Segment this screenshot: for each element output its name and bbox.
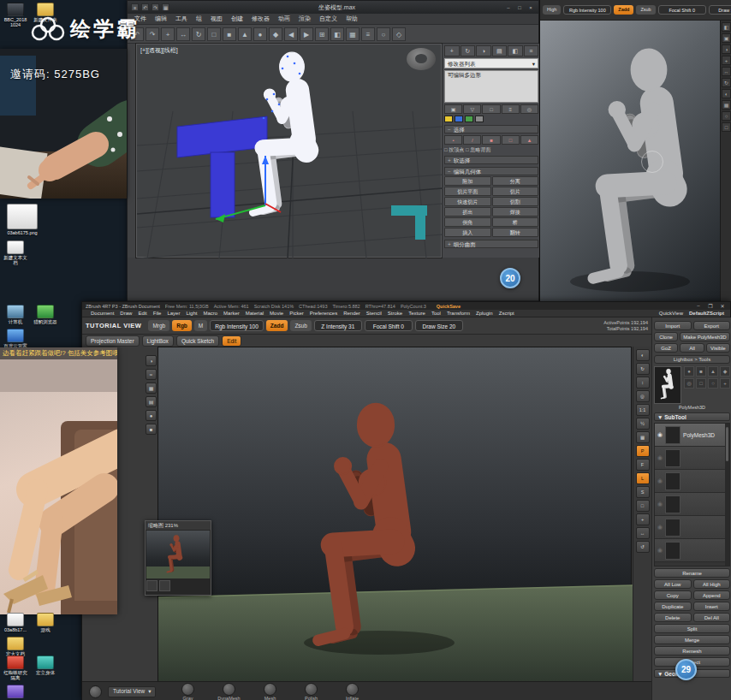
minimize-button[interactable]: – [504,5,513,10]
menu-item[interactable]: Draw [117,311,134,316]
menu-item[interactable]: Tool [429,311,443,316]
desktop-icon[interactable]: 计算机 [3,305,28,324]
max-toolbar-icon[interactable]: ≡ [361,27,375,41]
max-menu-item[interactable]: 自定义 [316,15,341,23]
desktop-icon[interactable]: 宏立身体 [33,656,58,680]
desktop-icon[interactable]: qun3dm [3,685,28,700]
max-menu-item[interactable]: 修改器 [248,15,273,23]
menu-item[interactable]: Zscript [496,311,517,316]
menu-item[interactable]: Layer [164,311,182,316]
max-toolbar-icon[interactable]: ○ [377,27,390,41]
thumbnail-window[interactable]: 缩略图 231% [145,520,211,596]
left-shelf-icon[interactable]: ● [146,410,157,421]
zbrush-titlebar[interactable]: ZBrush 4R7 P3 - ZBrush Document Free Mem… [82,302,730,310]
desktop-icon[interactable]: 红蜘蛛研究隔离 [3,656,28,680]
menu-item[interactable]: File [151,311,164,316]
left-shelf-icon[interactable]: ▦ [146,383,157,394]
shelf-chip[interactable]: Z Intensity 31 [314,320,362,331]
zbrush-top-canvas[interactable] [540,21,720,301]
shelf-chip[interactable]: Focal Shift 0 [365,320,413,331]
subtool-action-button[interactable]: Rename [654,568,730,578]
tool-thumbnail[interactable]: ◆ [720,366,730,377]
tool-thumbnail[interactable]: ● [684,366,694,377]
stack-control-icon[interactable]: ▣ [444,104,462,114]
max-logo-icon[interactable]: ≡ [131,3,139,11]
left-shelf-icon[interactable]: ■ [146,424,157,435]
visibility-eye-icon[interactable]: ◉ [657,547,663,554]
max-toolbar-icon[interactable]: ↻ [192,27,205,41]
shelf-chip[interactable]: Zadd [266,320,288,331]
visibility-eye-icon[interactable]: ◉ [657,478,663,484]
desktop-icon[interactable]: 新建文本文档 [3,240,28,265]
quicksave-chip[interactable]: QuickSave [437,304,461,309]
subtool-row[interactable]: ◉ PolyMesh3D [655,424,729,447]
shelf-chip[interactable]: Mrgb [148,320,169,331]
menu-item[interactable]: Zplugin [473,311,496,316]
goz-button[interactable]: GoZ [654,343,678,353]
minimize-button[interactable]: – [694,303,703,309]
menu-item[interactable]: Macro [200,311,220,316]
max-toolbar-icon[interactable]: ▦ [346,27,360,41]
lightbox-tools-button[interactable]: Lightbox > Tools [654,355,730,364]
view-selector[interactable]: Tutorial View ▾ [108,686,156,697]
right-shelf-icon[interactable]: ↕ [636,377,650,389]
shelf-icon[interactable]: + [722,56,731,65]
toolbar-chip[interactable]: Focal Shift 0 [658,5,706,15]
current-tool-thumbnail[interactable] [654,366,681,404]
stack-control-icon[interactable]: ◎ [520,104,538,114]
shelf-chip[interactable]: Rgb [172,320,192,331]
menu-item[interactable]: Material [243,311,266,316]
subobject-icon[interactable]: ■ [482,135,500,145]
desktop-icon[interactable]: 百度云管家 [3,329,28,348]
menu-item[interactable]: Texture [406,311,428,316]
zbrush-canvas[interactable] [157,347,632,681]
max-menu-item[interactable]: 渲染 [295,15,314,23]
menu-item[interactable]: Transform [444,311,472,316]
rollout-edit-geometry[interactable]: −编辑几何体 [444,167,538,175]
desktop-icon[interactable]: 猎豹浏览器 [33,305,58,324]
subtool-row[interactable]: ◉ [655,493,729,516]
quick-sketch-button[interactable]: Quick Sketch [176,335,219,347]
command-panel-tab[interactable]: ≡ [524,45,539,56]
geometry-button[interactable]: 挤出 [444,207,491,217]
selection-checkboxes[interactable]: □ 按顶点 □ 忽略背面 [444,146,538,153]
menu-item[interactable]: Marker [221,311,242,316]
home-circle-button[interactable] [87,685,103,698]
shelf-icon[interactable]: □ [722,122,731,132]
modifier-stack[interactable]: 可编辑多边形 [444,70,538,103]
desktop-icon[interactable]: 游戏 [33,613,58,632]
max-toolbar-icon[interactable]: ◆ [269,27,282,41]
max-toolbar-icon[interactable]: + [161,27,175,41]
thumbnail-item[interactable] [146,580,157,591]
max-titlebar[interactable]: ≡ ↶ ↷ ▦ 坐姿模型.max – □ × [128,1,538,14]
max-toolbar-icon[interactable]: ↔ [176,27,190,41]
swatch-gray[interactable] [475,116,484,122]
subtool-action-button[interactable]: All High [693,579,731,589]
subtool-action-button[interactable]: Insert [693,602,731,611]
right-shelf-icon[interactable]: ½ [636,418,650,430]
quickview-menu[interactable]: QuickView [657,311,686,316]
right-shelf-icon[interactable]: S [636,486,650,498]
stack-control-icon[interactable]: ▽ [463,104,481,114]
max-toolbar-icon[interactable]: ⊞ [315,27,329,41]
export-button[interactable]: Export [693,321,731,330]
right-shelf-icon[interactable]: ◐ [636,349,650,361]
geometry-button[interactable]: 倒角 [444,217,491,227]
right-shelf-icon[interactable]: ↻ [636,363,650,375]
swatch-green[interactable] [465,116,473,122]
visibility-eye-icon[interactable]: ◉ [657,431,663,438]
subtool-action-button[interactable]: Copy [654,590,692,600]
shelf-chip[interactable]: Draw Size 20 [415,320,463,331]
subobject-icon[interactable]: □ [502,135,520,145]
tool-thumbnail[interactable]: ○ [708,378,718,389]
workspace-icon[interactable]: ▦ [162,3,169,11]
right-shelf-icon[interactable]: L [636,472,650,484]
undo-icon[interactable]: ↶ [141,3,149,11]
menu-item[interactable]: Light [183,311,199,316]
command-panel-tab[interactable]: ◑ [476,45,491,56]
subtool-scrollbar[interactable] [725,424,729,566]
export-visible-button[interactable]: Visible [706,343,730,353]
subobject-icon[interactable]: ▲ [520,135,538,145]
menu-item[interactable]: Stroke [385,311,405,316]
swatch-yellow[interactable] [444,116,453,122]
